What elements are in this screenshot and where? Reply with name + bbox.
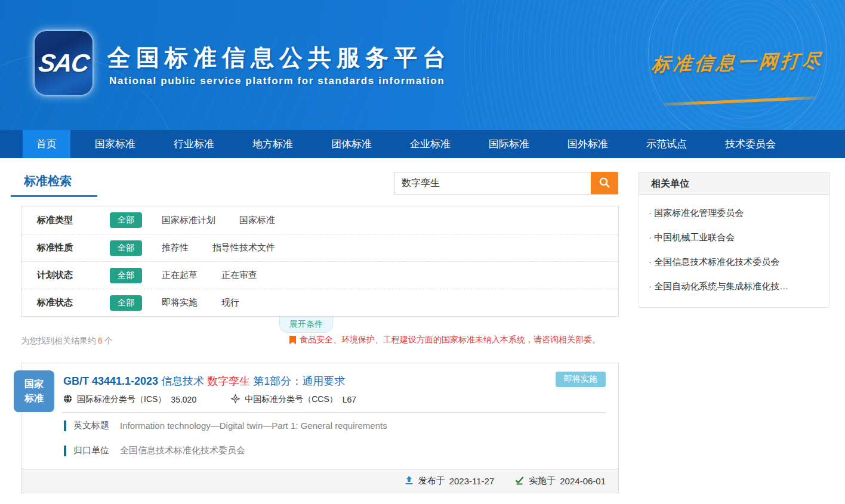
field-bar-decoration [64, 420, 66, 431]
nav-item-international-standards[interactable]: 国际标准 [475, 130, 543, 158]
slogan-underline-decoration [664, 96, 818, 106]
filter-panel: 标准类型 全部 国家标准计划 国家标准 标准性质 全部 推荐性 指导性技术文件 … [21, 206, 619, 317]
field-value: Information technology—Digital twin—Part… [120, 420, 387, 431]
nav-item-group-standards[interactable]: 团体标准 [317, 130, 386, 158]
nav-item-national-standards[interactable]: 国家标准 [81, 130, 149, 158]
filter-all-button[interactable]: 全部 [110, 295, 142, 311]
card-footer: 发布于 2023-11-27 实施于 2024-06-01 [21, 469, 618, 493]
related-units-title: 相关单位 [639, 172, 829, 195]
result-count-number: 6 [98, 336, 103, 345]
nav-item-home[interactable]: 首页 [23, 130, 70, 158]
ccs-label: 中国标准分类号（CCS） [245, 394, 338, 405]
ccs-value: L67 [343, 395, 356, 404]
sac-logo[interactable]: SAC [35, 31, 92, 95]
filter-label: 标准性质 [37, 242, 94, 253]
nav-item-technical-committee[interactable]: 技术委员会 [711, 130, 790, 158]
search-input[interactable] [394, 172, 591, 194]
published-date: 2023-11-27 [449, 476, 495, 486]
sac-logo-text: SAC [37, 49, 90, 78]
filter-option[interactable]: 指导性技术文件 [212, 242, 275, 253]
main-nav: 首页 国家标准 行业标准 地方标准 团体标准 企业标准 国际标准 国外标准 示范… [0, 130, 845, 158]
standard-code: GB/T 43441.1-2023 [63, 375, 158, 387]
published-date-group: 发布于 2023-11-27 [404, 475, 495, 487]
related-unit-link[interactable]: 全国信息技术标准化技术委员会 [639, 250, 829, 274]
site-title: 全国标准信息公共服务平台 [107, 42, 451, 74]
filter-all-button[interactable]: 全部 [110, 268, 142, 283]
globe-icon [63, 394, 72, 405]
related-unit-link[interactable]: 中国机械工业联合会 [639, 225, 829, 250]
expand-conditions-button[interactable]: 展开条件 [279, 317, 333, 333]
ccs-group: 中国标准分类号（CCS） L67 [231, 394, 356, 405]
result-count: 为您找到相关结果约6个 [21, 336, 113, 347]
standard-title-link[interactable]: GB/T 43441.1-2023 信息技术 数字孪生 第1部分：通用要求 [63, 374, 345, 388]
standard-result-card: 国家 标准 GB/T 43441.1-2023 信息技术 数字孪生 第1部分：通… [21, 363, 619, 493]
result-count-prefix: 为您找到相关结果约 [21, 336, 96, 345]
filter-option[interactable]: 现行 [221, 297, 239, 308]
check-icon [514, 475, 525, 487]
nav-item-pilot[interactable]: 示范试点 [633, 130, 701, 158]
filter-option[interactable]: 正在起草 [162, 270, 198, 281]
filter-row-standard-type: 标准类型 全部 国家标准计划 国家标准 [21, 206, 618, 234]
filter-row-standard-nature: 标准性质 全部 推荐性 指导性技术文件 [21, 234, 618, 261]
page: SAC 全国标准信息公共服务平台 National public service… [0, 0, 845, 504]
implemented-label: 实施于 [529, 475, 556, 487]
globe-decoration [648, 0, 827, 130]
standard-title-part: 信息技术 [161, 375, 204, 387]
filter-row-standard-status: 标准状态 全部 即将实施 现行 [21, 289, 618, 316]
filter-option[interactable]: 即将实施 [162, 297, 198, 308]
field-label: 归口单位 [73, 445, 109, 456]
filter-option[interactable]: 推荐性 [162, 242, 189, 253]
filter-option[interactable]: 国家标准 [239, 215, 275, 226]
page-title: 标准检索 [24, 173, 72, 189]
page-title-underline [11, 195, 97, 197]
related-unit-link[interactable]: 国家标准化管理委员会 [639, 201, 829, 225]
upload-icon [404, 475, 414, 487]
nav-item-foreign-standards[interactable]: 国外标准 [554, 130, 622, 158]
banner-slogan: 标准信息一网打尽 [650, 48, 824, 78]
committee-row: 归口单位 全国信息技术标准化技术委员会 [64, 445, 245, 456]
nav-item-enterprise-standards[interactable]: 企业标准 [396, 130, 464, 158]
standard-title-highlight: 数字孪生 [207, 375, 250, 387]
english-title-row: 英文标题 Information technology—Digital twin… [64, 420, 387, 431]
notice-text: 食品安全、环境保护、工程建设方面的国家标准未纳入本系统，请咨询相关部委。 [300, 335, 600, 345]
filter-label: 标准类型 [37, 215, 94, 226]
filter-option[interactable]: 国家标准计划 [162, 215, 215, 226]
field-value: 全国信息技术标准化技术委员会 [120, 445, 245, 456]
filter-row-plan-status: 计划状态 全部 正在起草 正在审查 [21, 261, 618, 289]
bookmark-icon [289, 336, 296, 345]
filter-all-button[interactable]: 全部 [110, 240, 142, 256]
published-label: 发布于 [418, 475, 445, 487]
standard-type-badge[interactable]: 国家 标准 [14, 370, 54, 412]
system-notice: 食品安全、环境保护、工程建设方面的国家标准未纳入本系统，请咨询相关部委。 [289, 335, 600, 345]
ics-value: 35.020 [171, 395, 196, 404]
implemented-date-group: 实施于 2024-06-01 [514, 475, 606, 487]
search-bar [394, 172, 618, 194]
nav-item-industry-standards[interactable]: 行业标准 [160, 130, 228, 158]
filter-label: 计划状态 [37, 270, 94, 281]
result-count-suffix: 个 [104, 336, 113, 345]
compass-icon [231, 394, 240, 405]
filter-all-button[interactable]: 全部 [110, 212, 142, 228]
field-label: 英文标题 [73, 420, 109, 431]
field-bar-decoration [64, 446, 66, 456]
related-units-list: 国家标准化管理委员会 中国机械工业联合会 全国信息技术标准化技术委员会 全国自动… [639, 195, 829, 308]
site-banner: SAC 全国标准信息公共服务平台 National public service… [0, 0, 845, 130]
related-units-panel: 相关单位 国家标准化管理委员会 中国机械工业联合会 全国信息技术标准化技术委员会… [639, 172, 829, 308]
card-divider [62, 412, 606, 413]
implemented-date: 2024-06-01 [560, 476, 606, 486]
ics-group: 国际标准分类号（ICS） 35.020 [63, 394, 196, 405]
search-button[interactable] [591, 172, 618, 194]
search-icon [599, 177, 610, 190]
site-subtitle: National public service platform for sta… [109, 75, 445, 87]
status-badge: 即将实施 [556, 372, 606, 387]
filter-option[interactable]: 正在审查 [221, 270, 257, 281]
filter-label: 标准状态 [37, 297, 94, 308]
related-unit-link[interactable]: 全国自动化系统与集成标准化技… [639, 274, 829, 299]
ics-label: 国际标准分类号（ICS） [77, 394, 166, 405]
type-badge-line1: 国家 [14, 377, 54, 391]
type-badge-line2: 标准 [14, 391, 54, 406]
standard-title-part: 第1部分：通用要求 [253, 375, 345, 387]
globe-decoration [672, 0, 803, 119]
classification-row: 国际标准分类号（ICS） 35.020 中国标准分类号（CCS） L67 [63, 394, 356, 405]
nav-item-local-standards[interactable]: 地方标准 [239, 130, 307, 158]
